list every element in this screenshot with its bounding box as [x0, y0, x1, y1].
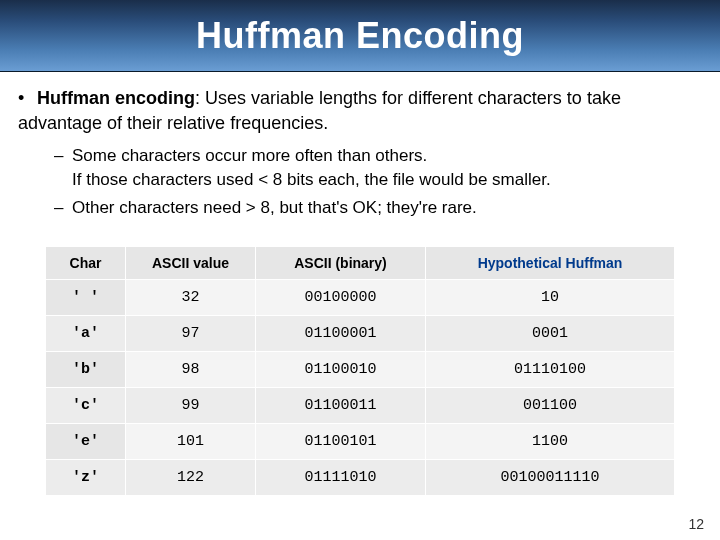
dash-icon: –: [54, 144, 72, 192]
cell-ascii-value: 101: [126, 423, 256, 459]
sub-bullet-item: – Other characters need > 8, but that's …: [54, 196, 702, 220]
cell-ascii-binary: 01100010: [256, 351, 426, 387]
col-header-ascii-value: ASCII value: [126, 246, 256, 279]
sub-bullet-item: – Some characters occur more often than …: [54, 144, 702, 192]
title-bar: Huffman Encoding: [0, 0, 720, 72]
table-row: 'z' 122 01111010 00100011110: [46, 459, 675, 495]
cell-ascii-binary: 00100000: [256, 279, 426, 315]
page-number: 12: [688, 516, 704, 532]
cell-char: 'c': [46, 387, 126, 423]
cell-huffman: 10: [426, 279, 675, 315]
cell-ascii-value: 97: [126, 315, 256, 351]
table-row: 'c' 99 01100011 001100: [46, 387, 675, 423]
cell-huffman: 1100: [426, 423, 675, 459]
main-bullet: • Huffman encoding: Uses variable length…: [18, 86, 702, 136]
cell-char: 'a': [46, 315, 126, 351]
cell-ascii-binary: 01100101: [256, 423, 426, 459]
cell-ascii-binary: 01100011: [256, 387, 426, 423]
cell-ascii-value: 122: [126, 459, 256, 495]
table-row: 'a' 97 01100001 0001: [46, 315, 675, 351]
cell-ascii-value: 99: [126, 387, 256, 423]
cell-char: 'b': [46, 351, 126, 387]
col-header-huffman: Hypothetical Huffman: [426, 246, 675, 279]
cell-ascii-binary: 01111010: [256, 459, 426, 495]
cell-char: ' ': [46, 279, 126, 315]
slide-title: Huffman Encoding: [196, 15, 524, 57]
col-header-char: Char: [46, 246, 126, 279]
bullet-dot: •: [18, 86, 32, 111]
col-header-ascii-binary: ASCII (binary): [256, 246, 426, 279]
sub-bullet-list: – Some characters occur more often than …: [54, 144, 702, 219]
table-row: ' ' 32 00100000 10: [46, 279, 675, 315]
dash-icon: –: [54, 196, 72, 220]
cell-huffman: 01110100: [426, 351, 675, 387]
table-row: 'b' 98 01100010 01110100: [46, 351, 675, 387]
cell-huffman: 0001: [426, 315, 675, 351]
cell-char: 'e': [46, 423, 126, 459]
cell-ascii-value: 98: [126, 351, 256, 387]
cell-char: 'z': [46, 459, 126, 495]
huffman-table: Char ASCII value ASCII (binary) Hypothet…: [45, 246, 675, 496]
cell-huffman: 00100011110: [426, 459, 675, 495]
cell-ascii-binary: 01100001: [256, 315, 426, 351]
table-header-row: Char ASCII value ASCII (binary) Hypothet…: [46, 246, 675, 279]
table-row: 'e' 101 01100101 1100: [46, 423, 675, 459]
cell-ascii-value: 32: [126, 279, 256, 315]
bullet-term: Huffman encoding: [37, 88, 195, 108]
cell-huffman: 001100: [426, 387, 675, 423]
sub-bullet-text: Some characters occur more often than ot…: [72, 144, 702, 192]
sub-bullet-text: Other characters need > 8, but that's OK…: [72, 196, 702, 220]
content-area: • Huffman encoding: Uses variable length…: [0, 72, 720, 496]
